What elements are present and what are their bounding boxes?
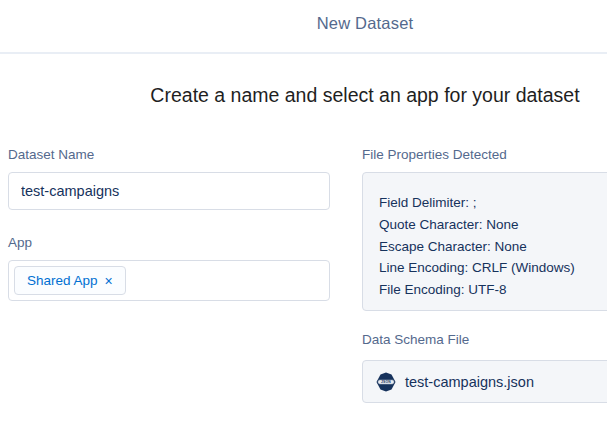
app-select-input[interactable]: Shared App × bbox=[8, 260, 330, 301]
dataset-name-input[interactable] bbox=[8, 172, 330, 210]
file-property-field-delimiter: Field Delimiter: ; bbox=[379, 192, 607, 214]
json-file-icon: JSON bbox=[376, 372, 396, 392]
pill-remove-icon[interactable]: × bbox=[105, 274, 113, 288]
file-property-quote-character: Quote Character: None bbox=[379, 214, 607, 236]
new-dataset-modal: New Dataset Create a name and select an … bbox=[0, 0, 607, 403]
file-property-escape-character: Escape Character: None bbox=[379, 236, 607, 258]
shared-app-pill-label: Shared App bbox=[27, 273, 98, 288]
app-label: App bbox=[8, 235, 330, 250]
file-properties-label: File Properties Detected bbox=[362, 147, 607, 162]
svg-text:JSON: JSON bbox=[381, 380, 391, 384]
data-schema-file-panel: JSON test-campaigns.json bbox=[362, 360, 607, 403]
file-properties-panel: Field Delimiter: ; Quote Character: None… bbox=[362, 172, 607, 311]
file-property-line-encoding: Line Encoding: CRLF (Windows) bbox=[379, 257, 607, 279]
modal-title: New Dataset bbox=[0, 14, 607, 33]
form-left-column: Dataset Name App Shared App × bbox=[8, 147, 330, 403]
modal-header: New Dataset bbox=[0, 0, 607, 54]
data-schema-file-name: test-campaigns.json bbox=[405, 374, 534, 390]
data-schema-file-label: Data Schema File bbox=[362, 332, 607, 347]
dataset-name-field-group: Dataset Name bbox=[8, 147, 330, 210]
app-field-group: App Shared App × bbox=[8, 235, 330, 301]
file-property-file-encoding: File Encoding: UTF-8 bbox=[379, 279, 607, 301]
page-heading: Create a name and select an app for your… bbox=[0, 84, 607, 107]
form-right-column: File Properties Detected Field Delimiter… bbox=[362, 147, 607, 403]
dataset-name-label: Dataset Name bbox=[8, 147, 330, 162]
dataset-form: Dataset Name App Shared App × File Prope… bbox=[0, 147, 607, 403]
shared-app-pill[interactable]: Shared App × bbox=[14, 266, 126, 295]
